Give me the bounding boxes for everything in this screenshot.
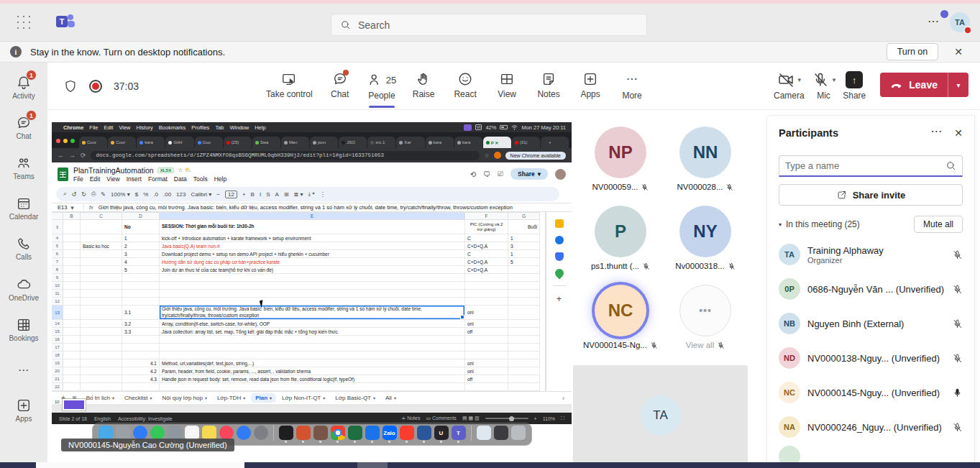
- cell-g[interactable]: [508, 266, 540, 274]
- cell-d[interactable]: [122, 352, 160, 359]
- cell-d[interactable]: 3.2: [122, 320, 160, 328]
- address-bar[interactable]: docs.google.com/spreadsheets/d/1ZPZ4NMXf…: [91, 151, 480, 160]
- sheet-row[interactable]: 13 3.1 Giới thiệu java, công cụ, môi trư…: [52, 306, 545, 320]
- toolbar-glyph[interactable]: I: [260, 191, 261, 198]
- toolbar-glyph[interactable]: 12: [225, 191, 237, 198]
- cell-c[interactable]: [81, 367, 122, 375]
- sidebar-item-apps[interactable]: Apps: [0, 390, 47, 431]
- cell-c[interactable]: [81, 359, 122, 367]
- cell-e[interactable]: [160, 298, 465, 306]
- sheets-menu-item[interactable]: Format: [148, 175, 168, 183]
- cell-g[interactable]: [508, 328, 540, 336]
- spreadsheet-title[interactable]: PlanTrainingAutomation: [73, 166, 154, 175]
- app-launcher-waffle-icon[interactable]: [14, 13, 33, 32]
- cell-b[interactable]: [63, 266, 81, 274]
- cell-g[interactable]: 1: [508, 250, 540, 258]
- cell-b[interactable]: [63, 282, 81, 290]
- take-control-button[interactable]: Take control: [262, 68, 317, 102]
- people-button[interactable]: 25 People: [363, 68, 400, 104]
- toolbar-glyph[interactable]: 123: [176, 191, 186, 198]
- cell-c[interactable]: [81, 344, 122, 352]
- history-icon[interactable]: ⟲: [470, 170, 476, 178]
- maps-icon[interactable]: [553, 267, 565, 280]
- toolbar-glyph[interactable]: ⋮: [320, 191, 326, 198]
- sheets-share-button[interactable]: Share▾: [510, 168, 548, 180]
- cell-d[interactable]: [122, 274, 160, 282]
- share-invite-button[interactable]: Share invite: [779, 184, 963, 206]
- sidebar-item-chat[interactable]: Chat 1: [0, 107, 47, 147]
- cell-e[interactable]: [160, 336, 465, 344]
- cell-b[interactable]: [63, 290, 81, 298]
- sheets-toolbar[interactable]: ⌕↺↻⎙✎100% ▾$%.0.00123Calibri ▾−12+BISA⊞≣…: [56, 187, 559, 201]
- cell-g[interactable]: 3: [508, 242, 540, 250]
- profile-avatar[interactable]: TA: [950, 12, 970, 32]
- cell-c[interactable]: [81, 383, 122, 391]
- global-search[interactable]: Search: [331, 14, 647, 36]
- cell-b[interactable]: [63, 383, 81, 391]
- cell-b[interactable]: [63, 367, 81, 375]
- browser-tab[interactable]: Man: [281, 137, 309, 148]
- cell-e[interactable]: Download project demo + setup run demo A…: [160, 250, 465, 258]
- cell-b[interactable]: [63, 220, 81, 234]
- participant-tile[interactable]: ••• View all: [663, 273, 748, 352]
- cell-g[interactable]: [508, 290, 540, 298]
- cell-e[interactable]: [160, 352, 465, 359]
- cell-c[interactable]: [81, 266, 122, 274]
- participant-mic-muted-icon[interactable]: [952, 318, 963, 329]
- browser-tab[interactable]: GitH: [165, 137, 193, 148]
- cell-b[interactable]: [63, 298, 81, 306]
- cell-e[interactable]: [160, 274, 465, 282]
- reload-icon[interactable]: ⟳: [81, 152, 86, 159]
- ppt-zoom-in-icon[interactable]: +: [534, 416, 537, 421]
- cell-c[interactable]: [81, 298, 122, 306]
- toolbar-glyph[interactable]: +: [242, 191, 246, 198]
- toolbar-glyph[interactable]: ≣ ▾: [294, 191, 303, 198]
- view-button[interactable]: View: [488, 68, 526, 102]
- forward-icon[interactable]: →: [69, 152, 75, 159]
- sheet-row[interactable]: 14 3.2 Array, condition(if-else, switch-…: [52, 320, 545, 328]
- sidebar-item-bookings[interactable]: Bookings: [0, 309, 47, 349]
- banner-close-icon[interactable]: ✕: [954, 46, 963, 58]
- camera-button[interactable]: ▾ Camera: [774, 71, 805, 101]
- browser-tab[interactable]: P ✕: [483, 137, 511, 148]
- chrome-profile-avatar[interactable]: [494, 152, 501, 159]
- cell-c[interactable]: [81, 290, 122, 298]
- cell-f[interactable]: off: [465, 375, 508, 383]
- column-header[interactable]: B: [63, 212, 81, 220]
- cell-b[interactable]: [63, 320, 81, 328]
- cell-c[interactable]: [81, 282, 122, 290]
- scroll-tabs-icon[interactable]: ›: [562, 395, 564, 402]
- column-header[interactable]: G: [508, 212, 540, 220]
- sheet-tab[interactable]: Checklist▾: [120, 393, 156, 403]
- sheet-row[interactable]: 21 4.3 Handle json in request body: set,…: [52, 375, 545, 383]
- browser-tab[interactable]: src.1: [367, 137, 395, 148]
- sidebar-item-activity[interactable]: Activity 1: [0, 67, 47, 107]
- toolbar-glyph[interactable]: ⎙: [91, 191, 96, 198]
- cell-e[interactable]: Java basic(Q,A) team non-it: [160, 242, 465, 250]
- sheets-menu-item[interactable]: Tools: [193, 175, 208, 183]
- ppt-notes-button[interactable]: ≑ Notes: [401, 416, 420, 421]
- column-header[interactable]: C: [81, 212, 122, 220]
- sheet-row[interactable]: 12: [52, 298, 545, 306]
- cell-f[interactable]: onl: [465, 320, 508, 328]
- participant-row[interactable]: NC NV0000145-Nguy... (Unverified): [779, 375, 963, 410]
- cell-f[interactable]: [465, 344, 508, 352]
- cell-c[interactable]: [81, 274, 122, 282]
- sheet-row[interactable]: 4 1 kick-off + Introduce automation + ka…: [52, 234, 545, 242]
- sheet-grid[interactable]: BCDEFG 3 No SESSION: Thời gian mỗi buổi …: [52, 212, 546, 391]
- sheet-row[interactable]: 10: [52, 282, 545, 290]
- cell-e[interactable]: Java collection: array list, set, map. T…: [160, 328, 465, 336]
- participant-row[interactable]: ND NV0000138-Nguy... (Unverified): [779, 341, 963, 375]
- turn-on-button[interactable]: Turn on: [887, 43, 939, 60]
- cell-g[interactable]: [508, 367, 540, 375]
- cell-e[interactable]: [160, 282, 465, 290]
- cell-f[interactable]: [465, 383, 508, 391]
- cell-f[interactable]: [465, 352, 508, 359]
- cell-e[interactable]: [160, 290, 465, 298]
- cell-f[interactable]: C: [465, 234, 508, 242]
- cell-d[interactable]: 4.1: [122, 359, 160, 367]
- cell-g[interactable]: [508, 383, 540, 391]
- panel-more-icon[interactable]: ⋯: [930, 124, 943, 138]
- cell-d[interactable]: 4.3: [122, 375, 160, 383]
- cell-g[interactable]: [508, 359, 540, 367]
